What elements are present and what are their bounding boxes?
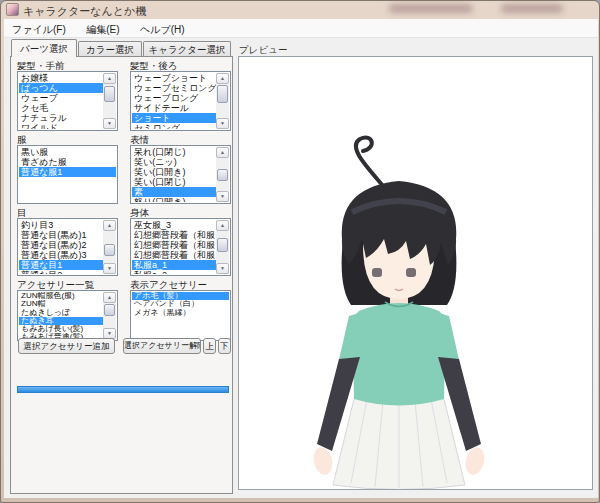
scrollbar-thumb[interactable] [104,244,115,256]
list-item[interactable]: 笑い(口閉じ) [132,177,216,187]
list-item[interactable]: 普通な目2 [19,270,103,274]
tab-color-select[interactable]: カラー選択 [78,41,142,57]
list-item[interactable]: 呆れ(口閉じ) [132,147,216,157]
list-item[interactable]: たぬき耳 [19,317,103,325]
list-body: 巫女服_3幻想郷普段着（和服）1幻想郷普段着（和服）2幻想郷普段着（和服）3私服… [130,218,231,276]
scroll-up-icon[interactable]: ▲ [216,147,229,158]
app-icon [6,3,19,16]
list-item[interactable]: ぱっつん [19,83,103,93]
list-item[interactable]: たぬきしっぽ [19,309,103,317]
list-shown-accessories: アホ毛（髪）ヘアバンド（白）メガネ（黒縁） [130,290,231,341]
list-item[interactable]: もみあげ長い(髪) [19,325,103,333]
scrollbar-thumb[interactable] [217,169,228,181]
scroll-up-icon[interactable]: ▲ [103,292,116,303]
scroll-up-icon[interactable]: ▲ [216,73,229,84]
list-item[interactable]: 普通な目(黒め)3 [19,250,103,260]
list-item[interactable]: ZUN帽 [19,300,103,308]
list-item[interactable]: アホ毛（髪） [132,292,229,300]
client-area: ファイル(F) 編集(E) ヘルプ(H) パーツ選択 カラー選択 キャラクター選… [4,19,598,498]
list-item[interactable]: 巫女服_3 [132,220,216,230]
list-item[interactable]: お嬢様 [19,73,103,83]
list-item[interactable]: サイドテール [132,103,216,113]
list-item[interactable]: ウェーブ [19,93,103,103]
list-hair-back: ウェーブショートウェーブセミロングウェーブロングサイドテールショートセミロング … [130,71,231,131]
preview-label: プレビュー [239,44,287,57]
remove-accessory-button[interactable]: 選択アクセサリー解除 [123,338,201,354]
scrollbar[interactable]: ▲ ▼ [216,147,229,202]
accessory-down-button[interactable]: 下 [218,338,231,354]
list-item[interactable]: 普通な目(黒め)2 [19,240,103,250]
list-items: 巫女服_3幻想郷普段着（和服）1幻想郷普段着（和服）2幻想郷普段着（和服）3私服… [132,220,216,274]
list-item[interactable]: 笑い(口開き) [132,167,216,177]
scrollbar-thumb[interactable] [104,304,115,316]
menu-help[interactable]: ヘルプ(H) [132,20,193,39]
list-item[interactable]: ウェーブロング [132,93,216,103]
ahoge-hair [356,138,384,187]
list-item[interactable]: ウェーブショート [132,73,216,83]
app-window: キャラクターなんとか機 ファイル(F) 編集(E) ヘルプ(H) パーツ選択 カ… [0,0,600,503]
scrollbar-thumb[interactable] [217,85,228,103]
list-items: ZUN帽服色(服)ZUN帽たぬきしっぽたぬき耳もみあげ長い(髪)もみあげ普通(髪… [19,292,103,339]
list-item[interactable]: ワイルド [19,123,103,129]
list-item[interactable]: 怒り(口開き) [132,197,216,202]
selection-strip[interactable] [17,386,229,393]
scrollbar[interactable]: ▲ ▼ [216,220,229,274]
scroll-down-icon[interactable]: ▼ [216,263,229,274]
scroll-up-icon[interactable]: ▲ [103,73,116,84]
list-accessories: ZUN帽服色(服)ZUN帽たぬきしっぽたぬき耳もみあげ長い(髪)もみあげ普通(髪… [17,290,118,341]
scrollbar-thumb[interactable] [104,86,115,102]
list-item[interactable]: ヘアバンド（白） [132,300,229,308]
list-item[interactable]: クセ毛 [19,103,103,113]
list-item[interactable]: 幻想郷普段着（和服）2 [132,240,216,250]
list-item[interactable]: 普通な目1 [19,260,103,270]
list-item[interactable]: 幻想郷普段着（和服）1 [132,230,216,240]
scrollbar[interactable]: ▲ ▼ [103,292,116,339]
list-item[interactable]: 笑い(ニッ) [132,157,216,167]
list-items: 呆れ(口閉じ)笑い(ニッ)笑い(口開き)笑い(口閉じ)素怒り(口開き) [132,147,216,202]
list-item[interactable]: 黒い服 [19,147,116,157]
title-bar[interactable]: キャラクターなんとか機 [1,1,599,19]
preview-panel [238,56,593,490]
list-items: アホ毛（髪）ヘアバンド（白）メガネ（黒縁） [132,292,229,339]
tab-parts-select[interactable]: パーツ選択 [11,39,77,57]
character-preview-image [289,133,499,489]
window-title: キャラクターなんとか機 [23,4,146,19]
scroll-up-icon[interactable]: ▲ [103,220,116,231]
list-item[interactable]: 釣り目3 [19,220,103,230]
list-item[interactable]: ZUN帽服色(服) [19,292,103,300]
list-item[interactable]: ショート [132,113,216,123]
scrollbar[interactable]: ▲ ▼ [103,73,116,129]
list-item[interactable]: 素 [132,187,216,197]
list-item[interactable]: ナチュラル [19,113,103,123]
scroll-down-icon[interactable]: ▼ [216,191,229,202]
menu-file[interactable]: ファイル(F) [4,20,74,39]
list-items: 釣り目3普通な目(黒め)1普通な目(黒め)2普通な目(黒め)3普通な目1普通な目… [19,220,103,274]
list-item[interactable]: 青ざめた服 [19,157,116,167]
tab-character-select[interactable]: キャラクター選択 [143,41,231,57]
redaction-smudge [389,4,473,13]
list-item[interactable]: 普通な目(黒め)1 [19,230,103,240]
menu-edit[interactable]: 編集(E) [78,20,127,39]
scroll-down-icon[interactable]: ▼ [216,118,229,129]
list-hair-front: お嬢様ぱっつんウェーブクセ毛ナチュラルワイルド ▲ ▼ [17,71,118,131]
list-clothes: 黒い服青ざめた服普通な服1 [17,145,118,204]
menu-bar: ファイル(F) 編集(E) ヘルプ(H) [4,19,598,38]
redaction-smudge [501,4,563,13]
list-item[interactable]: メガネ（黒縁） [132,309,229,317]
list-item[interactable]: 普通な服1 [19,167,116,177]
scrollbar[interactable]: ▲ ▼ [216,73,229,129]
list-items: お嬢様ぱっつんウェーブクセ毛ナチュラルワイルド [19,73,103,129]
scrollbar[interactable]: ▲ ▼ [103,220,116,274]
scroll-down-icon[interactable]: ▼ [103,118,116,129]
scroll-up-icon[interactable]: ▲ [216,220,229,231]
scroll-down-icon[interactable]: ▼ [103,263,116,274]
list-item[interactable]: 幻想郷普段着（和服）3 [132,250,216,260]
list-item[interactable]: 私服a_2 [132,270,216,274]
scrollbar-thumb[interactable] [217,238,228,252]
list-item[interactable]: ウェーブセミロング [132,83,216,93]
list-expression: 呆れ(口閉じ)笑い(ニッ)笑い(口開き)笑い(口閉じ)素怒り(口開き) ▲ ▼ [130,145,231,204]
accessory-up-button[interactable]: 上 [203,338,216,354]
list-item[interactable]: 私服a_1 [132,260,216,270]
list-item[interactable]: セミロング [132,123,216,129]
add-accessory-button[interactable]: 選択アクセサリー追加 [18,338,115,354]
